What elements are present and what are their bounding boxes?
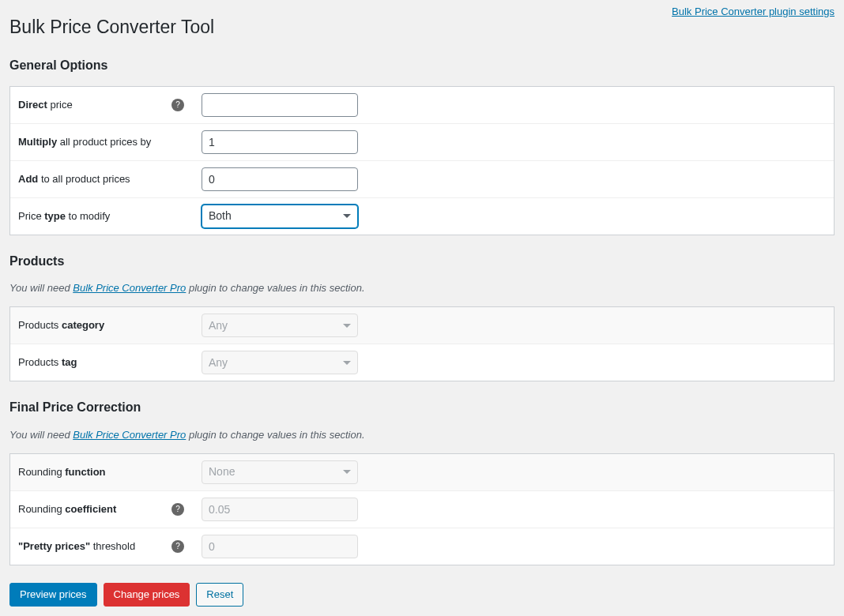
select-rounding-function-value: None — [209, 464, 235, 480]
pro-link[interactable]: Bulk Price Converter Pro — [73, 282, 186, 294]
help-icon[interactable]: ? — [171, 503, 184, 516]
input-pretty-prices — [202, 535, 358, 558]
row-price-type: Price type to modify Both — [10, 198, 834, 235]
final-note: You will need Bulk Price Converter Pro p… — [9, 428, 835, 442]
settings-link[interactable]: Bulk Price Converter plugin settings — [672, 6, 835, 17]
row-pretty-prices: "Pretty prices" threshold ? — [10, 528, 834, 565]
pro-link[interactable]: Bulk Price Converter Pro — [73, 429, 186, 441]
select-products-category: Any — [202, 314, 358, 337]
label-direct-price: Direct price — [18, 98, 171, 112]
select-price-type[interactable]: Both — [202, 205, 358, 228]
input-direct-price[interactable] — [202, 93, 358, 117]
label-rounding-function: Rounding function — [18, 465, 186, 479]
row-rounding-coefficient: Rounding coefficient ? — [10, 491, 834, 528]
label-price-type: Price type to modify — [18, 209, 186, 223]
select-products-tag: Any — [202, 351, 358, 374]
select-price-type-value: Both — [209, 208, 232, 224]
change-button[interactable]: Change prices — [104, 583, 190, 607]
reset-button[interactable]: Reset — [196, 583, 243, 607]
row-products-category: Products category Any — [10, 307, 834, 344]
input-rounding-coefficient — [202, 498, 358, 521]
label-multiply: Multiply all product prices by — [18, 135, 186, 149]
label-rounding-coefficient: Rounding coefficient — [18, 502, 171, 516]
button-row: Preview prices Change prices Reset — [9, 583, 835, 607]
section-final-title: Final Price Correction — [9, 399, 835, 416]
label-products-category: Products category — [18, 318, 186, 332]
section-general: Direct price ? Multiply all product pric… — [9, 86, 835, 235]
select-rounding-function: None — [202, 460, 358, 484]
select-products-category-value: Any — [209, 318, 228, 334]
help-icon[interactable]: ? — [171, 540, 184, 553]
chevron-down-icon — [343, 214, 351, 218]
row-products-tag: Products tag Any — [10, 344, 834, 381]
select-products-tag-value: Any — [209, 355, 228, 371]
section-final: Rounding function None Rounding coeffici… — [9, 453, 835, 565]
label-pretty-prices: "Pretty prices" threshold — [18, 539, 171, 554]
input-add[interactable] — [202, 167, 358, 191]
section-products-title: Products — [9, 253, 835, 270]
row-rounding-function: Rounding function None — [10, 454, 834, 491]
preview-button[interactable]: Preview prices — [9, 583, 97, 607]
label-add: Add to all product prices — [18, 172, 186, 186]
row-multiply: Multiply all product prices by — [10, 124, 834, 161]
row-direct-price: Direct price ? — [10, 87, 834, 124]
input-multiply[interactable] — [202, 130, 358, 154]
label-products-tag: Products tag — [18, 355, 186, 370]
chevron-down-icon — [343, 470, 351, 474]
chevron-down-icon — [343, 361, 351, 365]
row-add: Add to all product prices — [10, 161, 834, 198]
chevron-down-icon — [343, 324, 351, 328]
section-general-title: General Options — [9, 57, 835, 74]
section-products: Products category Any Products tag Any — [9, 306, 835, 381]
help-icon[interactable]: ? — [171, 99, 184, 111]
products-note: You will need Bulk Price Converter Pro p… — [9, 281, 835, 295]
